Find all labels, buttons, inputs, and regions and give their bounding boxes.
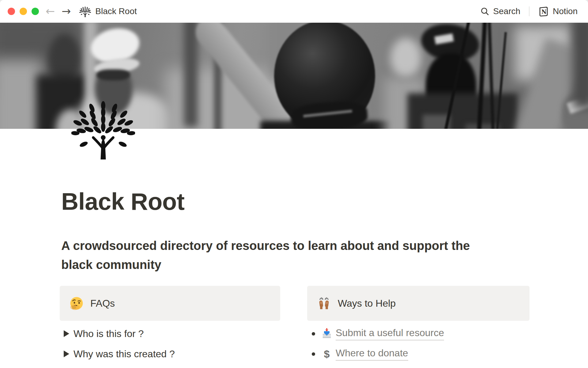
search-label: Search <box>493 6 520 16</box>
page-icon-tree <box>71 96 135 159</box>
cover-shape <box>97 69 130 80</box>
cover-shape <box>184 23 198 127</box>
bullet-icon <box>312 332 315 335</box>
notion-app-window: ← → Black Root Search Notion <box>0 0 588 368</box>
toggle-why-was-this-created[interactable]: Why was this created ? <box>60 347 280 361</box>
where-to-donate-link[interactable]: Where to donate <box>336 347 408 361</box>
back-arrow-icon[interactable]: ← <box>46 6 55 17</box>
page-subtitle: A crowdsourced directory of resources to… <box>61 236 487 274</box>
notion-brand-button[interactable]: Notion <box>538 6 578 17</box>
cover-shape <box>390 38 421 78</box>
toggle-label: Why was this created ? <box>74 348 175 360</box>
inbox-tray-icon <box>321 328 333 339</box>
titlebar: ← → Black Root Search Notion <box>0 0 588 23</box>
minimize-window-button[interactable] <box>20 8 27 15</box>
notion-brand-label: Notion <box>553 6 578 16</box>
titlebar-right: Search Notion <box>480 6 578 17</box>
dollar-sign-icon: $ <box>321 348 333 360</box>
content-columns: FAQs Who is this for ? Why was this crea… <box>60 286 530 361</box>
list-item-submit-resource: Submit a useful resource <box>307 326 530 341</box>
thinking-face-icon <box>70 296 84 310</box>
toggle-triangle-icon[interactable] <box>64 351 69 357</box>
forward-arrow-icon[interactable]: → <box>62 6 71 17</box>
cover-shape <box>573 23 588 109</box>
titlebar-page-title: Black Root <box>95 6 137 16</box>
close-window-button[interactable] <box>8 8 15 15</box>
toggle-who-is-this-for[interactable]: Who is this for ? <box>60 326 280 341</box>
traffic-lights <box>8 8 39 15</box>
zoom-window-button[interactable] <box>32 8 39 15</box>
bullet-icon <box>312 352 315 356</box>
notion-logo-icon <box>538 6 549 17</box>
toggle-label: Who is this for ? <box>74 328 144 339</box>
list-item-where-to-donate: $ Where to donate <box>307 347 530 361</box>
raising-hands-icon <box>317 296 331 310</box>
toggle-triangle-icon[interactable] <box>64 330 69 337</box>
ways-to-help-callout: Ways to Help <box>307 286 530 321</box>
titlebar-divider <box>529 6 530 16</box>
column-ways-to-help: Ways to Help Submit a useful resource $ … <box>307 286 530 361</box>
faqs-callout: FAQs <box>60 286 280 321</box>
search-button[interactable]: Search <box>480 6 520 16</box>
page-title: Black Root <box>61 188 184 216</box>
submit-resource-link[interactable]: Submit a useful resource <box>336 327 444 340</box>
search-icon <box>480 7 489 16</box>
ways-to-help-callout-label: Ways to Help <box>338 298 396 309</box>
faqs-callout-label: FAQs <box>90 298 115 309</box>
page-favicon-tree-icon <box>79 6 91 17</box>
column-faqs: FAQs Who is this for ? Why was this crea… <box>60 286 280 361</box>
